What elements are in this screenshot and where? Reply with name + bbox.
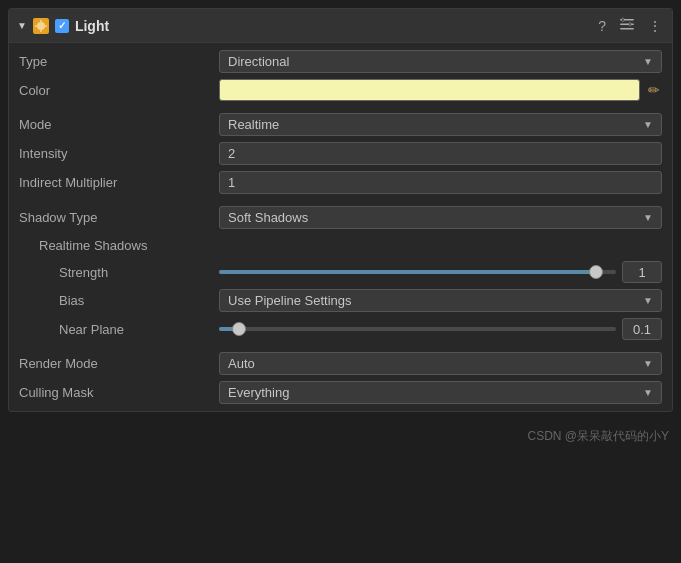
- bias-value: Use Pipeline Settings ▼: [219, 289, 662, 312]
- strength-slider-track[interactable]: [219, 270, 616, 274]
- color-row: Color ✏: [9, 76, 672, 104]
- footer-text: CSDN @呆呆敲代码的小Y: [527, 429, 669, 443]
- mode-label: Mode: [19, 117, 219, 132]
- culling-mask-label: Culling Mask: [19, 385, 219, 400]
- near-plane-row: Near Plane 0.1: [9, 315, 672, 343]
- bias-dropdown[interactable]: Use Pipeline Settings ▼: [219, 289, 662, 312]
- near-plane-slider-row: 0.1: [219, 318, 662, 340]
- near-plane-slider-track[interactable]: [219, 327, 616, 331]
- shadow-type-dropdown-arrow: ▼: [643, 212, 653, 223]
- culling-mask-value: Everything ▼: [219, 381, 662, 404]
- color-value: ✏: [219, 79, 662, 101]
- type-dropdown[interactable]: Directional ▼: [219, 50, 662, 73]
- intensity-value: 2: [219, 142, 662, 165]
- shadow-type-row: Shadow Type Soft Shadows ▼: [9, 203, 672, 232]
- near-plane-value: 0.1: [219, 318, 662, 340]
- indirect-multiplier-input[interactable]: 1: [219, 171, 662, 194]
- strength-label: Strength: [59, 265, 219, 280]
- intensity-row: Intensity 2: [9, 139, 672, 168]
- light-icon: [33, 18, 49, 34]
- render-mode-dropdown-arrow: ▼: [643, 358, 653, 369]
- light-panel: ▼ Light ?: [8, 8, 673, 412]
- render-mode-row: Render Mode Auto ▼: [9, 349, 672, 378]
- mode-row: Mode Realtime ▼: [9, 110, 672, 139]
- type-value: Directional ▼: [219, 50, 662, 73]
- strength-row: Strength 1: [9, 258, 672, 286]
- bias-dropdown-arrow: ▼: [643, 295, 653, 306]
- type-label: Type: [19, 54, 219, 69]
- shadow-type-dropdown[interactable]: Soft Shadows ▼: [219, 206, 662, 229]
- realtime-shadows-section: Realtime Shadows: [9, 232, 672, 258]
- bias-label: Bias: [59, 293, 219, 308]
- near-plane-label: Near Plane: [59, 322, 219, 337]
- indirect-multiplier-value: 1: [219, 171, 662, 194]
- enabled-checkbox[interactable]: [55, 19, 69, 33]
- mode-dropdown-arrow: ▼: [643, 119, 653, 130]
- near-plane-slider-value[interactable]: 0.1: [622, 318, 662, 340]
- svg-point-0: [37, 22, 45, 30]
- help-button[interactable]: ?: [596, 16, 608, 36]
- panel-title: Light: [75, 18, 109, 34]
- strength-value: 1: [219, 261, 662, 283]
- svg-rect-9: [629, 23, 631, 27]
- mode-dropdown[interactable]: Realtime ▼: [219, 113, 662, 136]
- panel-body: Type Directional ▼ Color ✏ Mode Realtime: [9, 43, 672, 411]
- intensity-input[interactable]: 2: [219, 142, 662, 165]
- culling-mask-dropdown[interactable]: Everything ▼: [219, 381, 662, 404]
- render-mode-value: Auto ▼: [219, 352, 662, 375]
- realtime-shadows-label: Realtime Shadows: [39, 238, 239, 253]
- near-plane-slider-thumb[interactable]: [232, 322, 246, 336]
- strength-slider-fill: [219, 270, 596, 274]
- indirect-multiplier-label: Indirect Multiplier: [19, 175, 219, 190]
- render-mode-dropdown[interactable]: Auto ▼: [219, 352, 662, 375]
- intensity-label: Intensity: [19, 146, 219, 161]
- indirect-multiplier-row: Indirect Multiplier 1: [9, 168, 672, 197]
- panel-header-left: ▼ Light: [17, 18, 590, 34]
- color-label: Color: [19, 83, 219, 98]
- strength-slider-row: 1: [219, 261, 662, 283]
- bias-row: Bias Use Pipeline Settings ▼: [9, 286, 672, 315]
- culling-mask-row: Culling Mask Everything ▼: [9, 378, 672, 407]
- culling-mask-dropdown-arrow: ▼: [643, 387, 653, 398]
- svg-rect-6: [620, 24, 634, 26]
- panel-header: ▼ Light ?: [9, 9, 672, 43]
- render-mode-label: Render Mode: [19, 356, 219, 371]
- strength-slider-thumb[interactable]: [589, 265, 603, 279]
- type-dropdown-arrow: ▼: [643, 56, 653, 67]
- color-swatch[interactable]: [219, 79, 640, 101]
- footer: CSDN @呆呆敲代码的小Y: [0, 420, 681, 453]
- menu-button[interactable]: ⋮: [646, 16, 664, 36]
- settings-button[interactable]: [618, 15, 636, 36]
- type-row: Type Directional ▼: [9, 47, 672, 76]
- color-picker-icon[interactable]: ✏: [646, 80, 662, 100]
- panel-header-right: ? ⋮: [596, 15, 664, 36]
- mode-value: Realtime ▼: [219, 113, 662, 136]
- svg-rect-8: [622, 18, 624, 22]
- svg-rect-7: [620, 28, 634, 30]
- shadow-type-label: Shadow Type: [19, 210, 219, 225]
- shadow-type-value: Soft Shadows ▼: [219, 206, 662, 229]
- collapse-arrow-icon[interactable]: ▼: [17, 20, 27, 31]
- strength-slider-value[interactable]: 1: [622, 261, 662, 283]
